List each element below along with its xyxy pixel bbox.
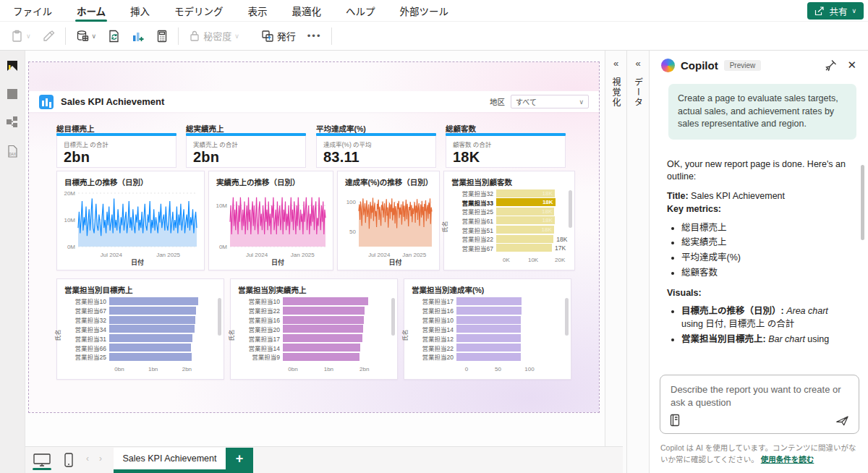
menu-optimize[interactable]: 最適化 <box>291 0 323 22</box>
mobile-view-button[interactable] <box>64 452 74 468</box>
bar-row[interactable]: 営業担当2518K <box>454 207 564 216</box>
bar-row[interactable]: 営業担当6717K <box>454 244 564 252</box>
bar-row[interactable]: 営業担当17 <box>414 297 561 305</box>
bar-row[interactable]: 営業担当22 <box>241 306 387 315</box>
kpi-card-avg-rate[interactable]: 平均達成率(%) 達成率(%) の平均83.11 <box>316 123 436 168</box>
bar-row[interactable]: 営業担当2218K <box>454 234 564 243</box>
send-icon[interactable] <box>835 414 849 427</box>
svg-text:0M: 0M <box>219 244 227 250</box>
format-painter-button[interactable] <box>37 27 61 45</box>
bar-row[interactable]: 営業担当10 <box>414 315 561 324</box>
next-page-arrow[interactable]: › <box>99 453 102 464</box>
bar-row[interactable]: 営業担当31 <box>67 334 213 343</box>
bar-row[interactable]: 営業担当22 <box>414 344 561 352</box>
bar-row[interactable]: 営業担当3218K <box>454 189 564 197</box>
bar-row[interactable]: 営業担当16 <box>241 315 387 324</box>
scrollbar-thumb[interactable] <box>861 165 864 240</box>
chart-tile-customers-by-rep[interactable]: 営業担当別顧客数 氏名営業担当3218K営業担当3318K営業担当2518K営業… <box>443 171 575 270</box>
publish-button[interactable]: 発行 <box>255 26 302 46</box>
expand-pane-icon[interactable]: « <box>613 58 618 69</box>
sensitivity-lock-icon <box>189 30 200 42</box>
copilot-input-box[interactable]: Describe the report you want to create o… <box>660 375 859 434</box>
bar-category-label: 営業担当22 <box>414 344 454 352</box>
prev-page-arrow[interactable]: ‹ <box>86 453 89 464</box>
bar-row[interactable]: 営業担当14 <box>414 325 561 333</box>
list-item: 目標売上の推移（日別）: Area chart using 日付, 目標売上 の… <box>681 305 846 331</box>
bar-row[interactable]: 営業担当3318K <box>454 198 564 207</box>
notebook-icon[interactable] <box>669 414 681 427</box>
bar-row[interactable]: 営業担当67 <box>67 306 213 315</box>
bar-row[interactable]: 営業担当17 <box>241 334 387 343</box>
sensitivity-button[interactable]: 秘密度 ∨ <box>183 26 245 46</box>
chart-tile-rate-by-rep[interactable]: 営業担当別達成率(%) 氏名営業担当17営業担当16営業担当10営業担当14営業… <box>404 278 571 380</box>
chart-tile-rate-trend[interactable]: 達成率(%)の推移（日別） 50100Jul 2024Jan 2025日付 <box>337 171 440 270</box>
kpi-card-total-customers[interactable]: 総顧客数 顧客数 の合計18K <box>446 123 566 168</box>
chart-tile-actual-by-rep[interactable]: 営業担当別実績売上 氏名営業担当10営業担当22営業担当16営業担当20営業担当… <box>230 278 398 380</box>
copilot-disclaimer: Copilot は AI を使用しています。コンテンツに間違いがないか常に確認し… <box>660 442 862 466</box>
kpi-value: 18K <box>453 149 558 166</box>
scrollbar-thumb[interactable] <box>565 298 569 336</box>
clear-chat-broom-icon[interactable] <box>825 59 837 72</box>
region-filter-label: 地区 <box>490 96 505 107</box>
model-view-button[interactable] <box>6 116 19 129</box>
chart-tile-actual-trend[interactable]: 実績売上の推移（日別） 0M10MJul 2024Jan 2025日付 <box>208 171 333 270</box>
bar-row[interactable]: 営業担当12 <box>414 334 561 343</box>
data-source-button[interactable]: ∨ <box>70 27 103 46</box>
bar-row[interactable]: 営業担当10 <box>241 297 387 305</box>
kpi-card-total-goal[interactable]: 総目標売上 目標売上 の合計2bn <box>56 123 176 168</box>
bar-category-label: 営業担当20 <box>241 325 280 333</box>
menu-help[interactable]: ヘルプ <box>344 0 377 22</box>
bar-row[interactable]: 営業担当25 <box>67 352 213 361</box>
bar-category-label: 営業担当9 <box>241 352 280 361</box>
bar-row[interactable]: 営業担当6118K <box>454 216 564 225</box>
data-pane-collapsed[interactable]: « データ <box>626 51 649 473</box>
more-options-button[interactable]: ••• <box>302 27 328 44</box>
bar-row[interactable]: 営業担当32 <box>67 315 213 324</box>
list-item: 平均達成率(%) <box>681 252 846 265</box>
bar-row[interactable]: 営業担当5118K <box>454 226 564 234</box>
report-view-button[interactable] <box>6 59 19 72</box>
paste-button[interactable]: ∨ <box>6 27 37 46</box>
chart-tile-goal-by-rep[interactable]: 営業担当別目標売上 氏名営業担当10営業担当67営業担当32営業担当34営業担当… <box>56 278 224 380</box>
bar-row[interactable]: 営業担当20 <box>414 352 561 361</box>
publish-icon <box>261 30 274 43</box>
share-button[interactable]: 共有 ∨ <box>807 2 864 20</box>
chart-tile-goal-trend[interactable]: 目標売上の推移（日別） 0M10M20MJul 2024Jan 2025日付 <box>56 171 205 270</box>
bar-row[interactable]: 営業担当66 <box>67 344 213 352</box>
expand-pane-icon[interactable]: « <box>635 58 640 69</box>
menu-insert[interactable]: 挿入 <box>129 0 151 22</box>
new-visual-button[interactable] <box>126 27 150 46</box>
dax-view-button[interactable]: DAX <box>6 145 19 159</box>
bar-row[interactable]: 営業担当34 <box>67 325 213 333</box>
menu-home[interactable]: ホーム <box>75 0 107 22</box>
bar-row[interactable]: 営業担当14 <box>241 344 387 352</box>
report-canvas[interactable]: Sales KPI Achievement 地区 すべて ∨ 総目標売上 目標売… <box>29 62 599 412</box>
scrollbar-thumb[interactable] <box>391 298 395 336</box>
axis-tick-label: 2bn <box>359 366 369 372</box>
calculator-button[interactable] <box>150 27 174 46</box>
bar-row[interactable]: 営業担当9 <box>241 352 387 361</box>
scrollbar-thumb[interactable] <box>218 298 221 336</box>
kpi-card-total-actual[interactable]: 総実績売上 実績売上 の合計2bn <box>186 123 306 168</box>
close-icon[interactable]: ✕ <box>847 59 856 72</box>
transform-data-button[interactable] <box>102 27 126 46</box>
menu-file[interactable]: ファイル <box>12 0 54 22</box>
bar-row[interactable]: 営業担当20 <box>241 325 387 333</box>
terms-link[interactable]: 使用条件を読む <box>761 455 814 464</box>
list-item: 総顧客数 <box>681 267 846 280</box>
chevron-down-icon: ∨ <box>234 33 239 40</box>
menu-modeling[interactable]: モデリング <box>173 0 225 22</box>
bar-row[interactable]: 営業担当10 <box>67 297 213 305</box>
visualizations-pane-collapsed[interactable]: « 視覚化 <box>605 51 626 473</box>
page-tab[interactable]: Sales KPI Achievement <box>114 448 226 469</box>
table-view-button[interactable] <box>7 88 18 100</box>
desktop-view-button[interactable] <box>33 453 51 467</box>
region-filter-dropdown[interactable]: すべて ∨ <box>511 95 589 108</box>
area-chart-goal-trend: 0M10M20MJul 2024Jan 2025日付 <box>59 186 203 268</box>
scrollbar-thumb[interactable] <box>569 190 572 228</box>
bar-row[interactable]: 営業担当16 <box>414 306 561 315</box>
new-page-button[interactable]: + <box>226 448 253 469</box>
chevron-down-icon: ∨ <box>92 33 97 40</box>
menu-external-tools[interactable]: 外部ツール <box>399 0 451 22</box>
menu-view[interactable]: 表示 <box>247 0 269 22</box>
